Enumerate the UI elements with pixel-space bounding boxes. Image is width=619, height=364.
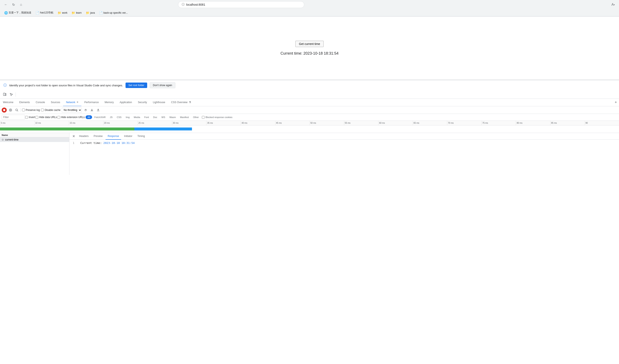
- tick-45ms: 45 ms: [275, 121, 310, 125]
- tab-sources-label: Sources: [51, 101, 60, 104]
- tick-label-35: 35 ms: [207, 122, 213, 124]
- blocked-cookies-label[interactable]: Blocked response cookies: [202, 116, 232, 119]
- svg-rect-1: [5, 94, 6, 95]
- bookmark-baidu[interactable]: 🌐 百度一下，我就知道: [2, 10, 33, 15]
- backup-icon: 📄: [99, 11, 103, 14]
- filter-btn-ws[interactable]: WS: [160, 115, 167, 119]
- info-banner-text: Identify your project's root folder to o…: [9, 84, 123, 87]
- set-root-folder-button[interactable]: Set root folder: [126, 82, 147, 88]
- tab-security[interactable]: Security: [135, 99, 150, 106]
- resp-tab-preview[interactable]: Preview: [91, 133, 105, 140]
- tick-80ms: 80 ms: [516, 121, 550, 125]
- bookmark-java[interactable]: 📁 java: [84, 10, 97, 15]
- blocked-cookies-checkbox[interactable]: [202, 116, 205, 119]
- dont-show-again-button[interactable]: Don't show again: [150, 82, 175, 88]
- filter-btn-font[interactable]: Font: [142, 115, 151, 119]
- tab-performance-label: Performance: [84, 101, 99, 104]
- bookmarks-bar: 🌐 百度一下，我就知道 📄 hao123导航 📁 work 📁 learn 📁 …: [0, 9, 619, 16]
- refresh-button[interactable]: ↻: [10, 1, 17, 8]
- tab-memory[interactable]: Memory: [102, 99, 117, 106]
- filter-btn-doc[interactable]: Doc: [151, 115, 159, 119]
- online-status-button[interactable]: [83, 108, 88, 113]
- disable-cache-text: Disable cache: [44, 108, 60, 111]
- tab-network[interactable]: Network ✕: [63, 99, 81, 106]
- tab-lighthouse[interactable]: Lighthouse: [150, 99, 168, 106]
- page-content: Get current time Current time: 2023-10-1…: [0, 17, 619, 80]
- tab-performance[interactable]: Performance: [81, 99, 102, 106]
- tick-10ms: 10 ms: [34, 121, 69, 125]
- record-button[interactable]: [2, 108, 7, 113]
- toolbar-divider: [15, 93, 16, 97]
- backup-label: back-up specific ver...: [103, 11, 128, 14]
- throttle-select[interactable]: No throttling Fast 3G Slow 3G Offline: [62, 108, 82, 113]
- preserve-log-label[interactable]: Preserve log: [22, 108, 40, 111]
- filter-btn-js[interactable]: JS: [108, 115, 115, 119]
- tab-elements[interactable]: Elements: [16, 99, 33, 106]
- tick-85ms: 85 ms: [550, 121, 585, 125]
- filter-btn-img[interactable]: Img: [124, 115, 131, 119]
- resp-tab-response[interactable]: Response: [106, 133, 121, 140]
- resp-tab-initiator[interactable]: Initiator: [122, 133, 134, 140]
- bookmark-work[interactable]: 📁 work: [56, 10, 69, 15]
- disable-cache-checkbox[interactable]: [41, 108, 44, 111]
- filter-input[interactable]: [2, 115, 25, 120]
- browser-profile-icon[interactable]: A ▾: [610, 1, 617, 8]
- tick-70ms: 70 ms: [447, 121, 481, 125]
- tab-css-overview[interactable]: CSS Overview ⚗: [168, 99, 194, 106]
- get-current-time-button[interactable]: Get current time: [295, 41, 324, 47]
- tab-memory-label: Memory: [105, 101, 114, 104]
- tab-network-label: Network: [66, 101, 75, 104]
- response-close-button[interactable]: ✕: [71, 134, 76, 139]
- response-highlight: 2023-10-18 18:31:54: [103, 141, 135, 145]
- filter-btn-css[interactable]: CSS: [115, 115, 123, 119]
- tab-network-close[interactable]: ✕: [77, 101, 78, 104]
- inspect-element-button[interactable]: [8, 92, 14, 97]
- tab-console[interactable]: Console: [33, 99, 48, 106]
- filter-btn-all[interactable]: All: [85, 115, 92, 119]
- tab-welcome[interactable]: Welcome: [0, 99, 16, 106]
- home-button[interactable]: ⌂: [18, 1, 24, 8]
- hide-data-urls-label[interactable]: Hide data URLs: [36, 116, 57, 119]
- tab-sources[interactable]: Sources: [48, 99, 63, 106]
- clear-button[interactable]: [8, 108, 13, 113]
- filter-btn-other[interactable]: Other: [191, 115, 201, 119]
- invert-checkbox[interactable]: [25, 116, 28, 119]
- response-text-prefix: Current time: 2023-10-18 18:31:54: [80, 141, 135, 145]
- resp-tab-timing[interactable]: Timing: [135, 133, 147, 140]
- invert-label[interactable]: Invert: [25, 116, 35, 119]
- add-tab-button[interactable]: +: [612, 100, 619, 105]
- tick-65ms: 65 ms: [413, 121, 447, 125]
- bookmark-learn[interactable]: 📁 learn: [70, 10, 83, 15]
- hide-data-urls-text: Hide data URLs: [39, 116, 57, 119]
- devtools-panel: ⓘ Identify your project's root folder to…: [0, 80, 619, 175]
- work-icon: 📁: [58, 11, 61, 14]
- request-name: current-time: [5, 138, 18, 141]
- export-button[interactable]: [96, 108, 101, 113]
- tab-security-label: Security: [138, 101, 147, 104]
- tab-application[interactable]: Application: [117, 99, 135, 106]
- resp-tab-headers[interactable]: Headers: [77, 133, 91, 140]
- bookmark-hao123[interactable]: 📄 hao123导航: [34, 10, 55, 15]
- request-row-current-time[interactable]: ⊙ current-time: [0, 137, 69, 142]
- address-bar[interactable]: ⓘ localhost:8081: [178, 1, 304, 8]
- hide-data-urls-checkbox[interactable]: [36, 116, 38, 119]
- device-mode-button[interactable]: [2, 92, 8, 97]
- back-button[interactable]: ←: [2, 1, 9, 8]
- tab-elements-label: Elements: [19, 101, 30, 104]
- filter-bar: Invert Hide data URLs Hide extension URL…: [0, 114, 619, 121]
- filter-btn-manifest[interactable]: Manifest: [178, 115, 191, 119]
- tick-label-55: 55 ms: [345, 122, 351, 124]
- search-button[interactable]: [14, 108, 19, 113]
- filter-btn-wasm[interactable]: Wasm: [168, 115, 178, 119]
- hide-extension-urls-checkbox[interactable]: [57, 116, 60, 119]
- devtools-tabs: Welcome Elements Console Sources Network…: [0, 99, 619, 106]
- browser-chrome: ← ↻ ⌂ ⓘ localhost:8081 A ▾ 🌐 百度一下，我就知道 📄…: [0, 0, 619, 17]
- preserve-log-checkbox[interactable]: [22, 108, 25, 111]
- disable-cache-label[interactable]: Disable cache: [41, 108, 60, 111]
- filter-btn-media[interactable]: Media: [132, 115, 142, 119]
- filter-btn-fetch-xhr[interactable]: Fetch/XHR: [93, 115, 108, 119]
- hide-extension-urls-label[interactable]: Hide extension URLs: [57, 116, 85, 119]
- import-button[interactable]: [89, 108, 94, 113]
- tab-lighthouse-label: Lighthouse: [153, 101, 165, 104]
- bookmark-backup[interactable]: 📄 back-up specific ver...: [97, 10, 129, 15]
